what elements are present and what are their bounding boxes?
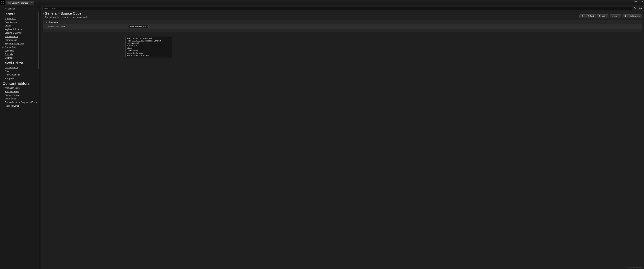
sidebar-item-content-browser[interactable]: Content Browser [0,93,39,97]
source-code-editor-dropdown[interactable]: Rider 232.8660.212 [129,25,148,28]
ue-logo[interactable] [0,0,5,5]
dropdown-option[interactable]: CodeLite 7/8.x [126,49,171,52]
dropdown-option[interactable]: Rider 232.8660.212 (installed) Uproject … [126,40,171,44]
dropdown-value: Rider 232.8660.212 [130,26,146,28]
header-row: ◢ General - Source Code [42,12,642,16]
sidebar-item-vr-mode[interactable]: VR Mode [0,56,39,60]
maximize-button[interactable]: ▢ [638,0,641,3]
section-title: Accessor [48,21,58,24]
svg-point-1 [634,8,636,9]
sidebar-item-blueprint-editor[interactable]: Blueprint Editor [0,90,39,93]
search-input[interactable] [42,7,632,10]
titlebar: Editor Preferences × ― ▢ ✕ [0,0,644,5]
sidebar-item-curve-editor[interactable]: Curve Editor [0,97,39,101]
main-layout: All Settings GeneralAppearanceExperiment… [0,5,644,269]
sidebar-item-tutorials[interactable]: Tutorials [0,53,39,56]
close-button[interactable]: ✕ [641,0,644,3]
page-title: General - Source Code [45,12,82,16]
chevron-down-icon: ▼ [641,8,642,9]
export-button[interactable]: Export... [597,14,608,18]
sidebar-item-viewports[interactable]: Viewports [0,77,39,80]
sidebar-item-miscellaneous[interactable]: Miscellaneous [0,66,39,69]
sidebar: All Settings GeneralAppearanceExperiment… [0,5,39,269]
sidebar-item-miscellaneous[interactable]: Miscellaneous [0,35,39,38]
sidebar-item-appearance[interactable]: Appearance [0,17,39,20]
window-controls: ― ▢ ✕ [634,0,644,3]
collapse-icon: ◢ [46,22,47,23]
sidebar-item-synthesis[interactable]: Synthesis [0,49,39,53]
visibility-icon[interactable]: ▼ [638,7,642,10]
prefs-icon [8,2,11,4]
sidebar-item-region-language[interactable]: Region & Language [0,42,39,46]
property-row: Source Code Editor Rider 232.8660.212 [42,24,642,29]
sidebar-item-embedded-actor-sequence-editor[interactable]: Embedded Actor Sequence Editor [0,101,39,104]
watermark: CSDN @LuxiZheng_ [628,266,642,268]
tab-editor-preferences[interactable]: Editor Preferences × [6,1,34,5]
sidebar-item-animation-editor[interactable]: Animation Editor [0,86,39,90]
section-header[interactable]: ◢ Accessor [42,20,642,24]
category-header: General [0,11,39,17]
tab-label: Editor Preferences [12,2,28,4]
page-description: Control how the editor accesses source c… [42,16,642,19]
minimize-button[interactable]: ― [634,0,638,3]
sidebar-item-play-credentials[interactable]: Play Credentials [0,73,39,77]
svg-point-0 [1,1,4,4]
dropdown-option[interactable]: Rider Uproject (experimental) [126,37,171,40]
category-header: Content Editors [0,80,39,86]
set-default-button[interactable]: Set as Default [580,14,596,18]
dropdown-option[interactable]: CLion [126,47,171,49]
search-row: ▼ [42,7,642,10]
dropdown-menu: Rider Uproject (experimental)Rider 232.8… [126,37,171,57]
empty-row [42,29,642,32]
category-header: Level Editor [0,60,39,66]
collapse-icon[interactable]: ◢ [42,13,44,15]
sidebar-item-loading-saving[interactable]: Loading & Saving [0,31,39,35]
dropdown-option[interactable]: Visual Studio Code [126,52,171,54]
sidebar-item-play[interactable]: Play [0,69,39,73]
sidebar-item-performance[interactable]: Performance [0,38,39,42]
property-label: Source Code Editor [43,24,128,29]
svg-line-2 [635,9,636,10]
sidebar-item-flipbook-editor[interactable]: Flipbook Editor [0,104,39,108]
import-button[interactable]: Import... [610,14,621,18]
content-panel: ▼ ◢ General - Source Code Control how th… [41,5,644,269]
dropdown-option[interactable]: KDevelop 4.x [126,44,171,47]
all-settings-link[interactable]: All Settings [0,7,39,11]
dropdown-option[interactable]: Null Source Code Access [126,54,171,57]
close-icon[interactable]: × [30,2,32,4]
svg-point-4 [639,8,640,9]
search-icon[interactable] [633,7,636,10]
sidebar-item-source-code[interactable]: Source Code [0,46,39,49]
property-value: Rider 232.8660.212 [128,24,642,29]
tab-bar: Editor Preferences × [5,0,34,5]
splitter[interactable] [39,5,41,269]
reset-defaults-button[interactable]: Reset to Defaults [622,14,642,18]
sidebar-item-keyboard-shortcuts[interactable]: Keyboard Shortcuts [0,28,39,31]
sidebar-item-experimental[interactable]: Experimental [0,20,39,24]
sidebar-item-global[interactable]: Global [0,24,39,28]
button-row: Set as Default Export... Import... Reset… [580,14,642,18]
